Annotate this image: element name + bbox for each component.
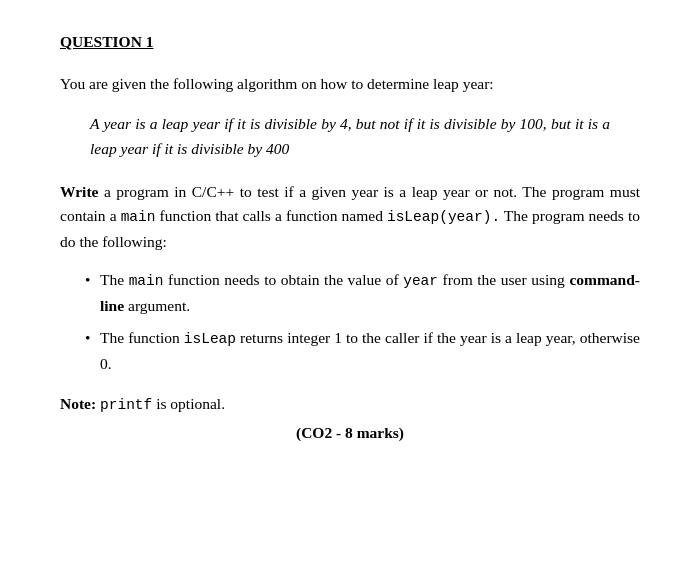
bullet1-main-code: main xyxy=(129,273,164,289)
intro-paragraph: You are given the following algorithm on… xyxy=(60,72,640,96)
bullet2-isleap-code: isLeap xyxy=(184,331,236,347)
main-code-1: main xyxy=(121,209,156,225)
bullet-item-1: The main function needs to obtain the va… xyxy=(80,268,640,318)
bullet1-year-code: year xyxy=(403,273,438,289)
write-bold: Write xyxy=(60,183,98,200)
isleap-code: isLeap(year). xyxy=(387,209,500,225)
bullet-list: The main function needs to obtain the va… xyxy=(80,268,640,376)
bullet1-text3: from the user using xyxy=(438,271,569,288)
bullet1-text2: function needs to obtain the value of xyxy=(163,271,403,288)
bullet1-text4: argument. xyxy=(124,297,190,314)
page-container: QUESTION 1 You are given the following a… xyxy=(0,0,700,475)
note-rest: is optional. xyxy=(152,395,225,412)
bullet-item-2: The function isLeap returns integer 1 to… xyxy=(80,326,640,376)
blockquote-text: A year is a leap year if it is divisible… xyxy=(90,112,610,162)
main-paragraph: Write a program in C/C++ to test if a gi… xyxy=(60,180,640,255)
paragraph-text-2: function that calls a function named xyxy=(155,207,387,224)
printf-code: printf xyxy=(100,397,152,413)
co2-line: (CO2 - 8 marks) xyxy=(60,421,640,445)
note-line: Note: printf is optional. xyxy=(60,392,640,416)
question-title: QUESTION 1 xyxy=(60,30,640,54)
note-label: Note: xyxy=(60,395,96,412)
bullet1-text1: The xyxy=(100,271,129,288)
bullet2-text1: The function xyxy=(100,329,184,346)
